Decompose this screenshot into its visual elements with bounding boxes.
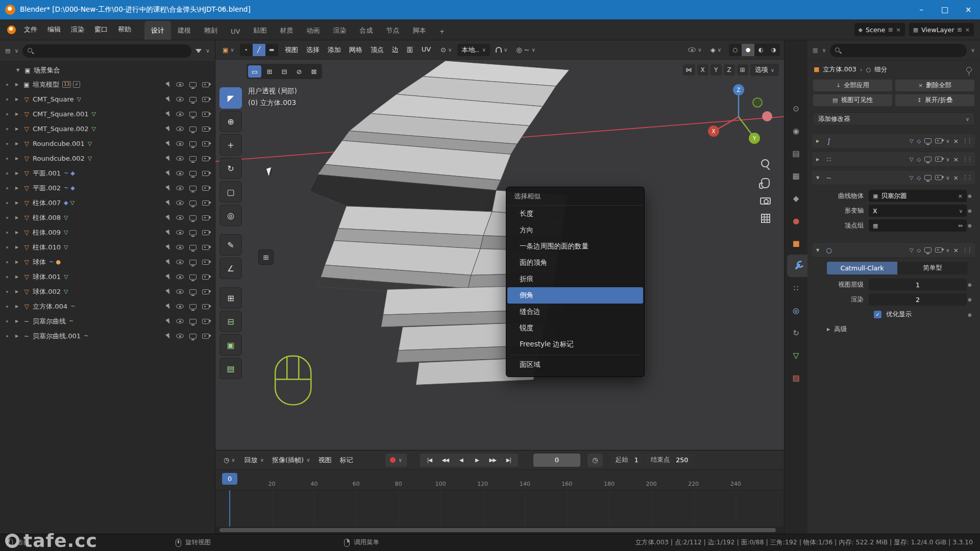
play-reverse-button[interactable]: ◀ [454,455,469,466]
object-name[interactable]: 立方体.004 [33,302,67,311]
timeline-menu-item[interactable]: 标记 ∨ [335,454,357,467]
hide-toggle-icon[interactable] [176,112,184,116]
expand-caret-icon[interactable]: ▶ [13,230,20,235]
tool-scale[interactable]: ▢ [219,181,242,203]
tab-material[interactable]: ▨ [785,367,807,389]
expand-caret-icon[interactable]: ▼ [14,68,21,72]
hide-toggle-icon[interactable] [176,319,184,323]
selectable-toggle-icon[interactable] [165,303,172,310]
object-name[interactable]: 贝塞尔曲线 [33,317,66,326]
render-toggle-icon[interactable] [935,247,942,253]
viewport-disable-icon[interactable] [189,201,197,206]
selectable-toggle-icon[interactable] [165,318,172,324]
gizmos-button[interactable]: ◈ ∨ [707,44,724,55]
hide-toggle-icon[interactable] [176,289,184,294]
mode-selector[interactable]: ▣ ∨ [219,45,237,55]
properties-editor-icon[interactable]: ▥ [813,47,818,54]
viewport-disable-icon[interactable] [189,97,197,102]
outliner-row-tank[interactable]: ▶ ▣ 坦克模型 13✓ [0,77,215,92]
outliner-row[interactable]: ▶ ▽ 球体.001 ▽ [0,269,215,284]
expand-caret-icon[interactable]: ▶ [13,82,20,87]
new-viewlayer-icon[interactable]: ⊞ [958,27,962,33]
render-toggle-icon[interactable] [935,175,942,180]
selectable-toggle-icon[interactable] [165,126,172,132]
mode-vertex[interactable]: ∙ [240,44,253,56]
viewport-disable-icon[interactable] [189,230,197,235]
render-disable-icon[interactable] [202,201,209,206]
mirror-y[interactable]: Y [710,64,722,76]
outliner-row[interactable]: ▶ ▽ 立方体.004 ~ [0,299,215,314]
extras-chevron-icon[interactable]: ∨ [946,175,949,181]
workspace-tab[interactable]: 材质 [273,21,300,40]
auto-key-button[interactable]: ∨ [385,454,406,467]
object-name[interactable]: 平面.002 [33,184,61,193]
new-scene-icon[interactable]: ⊞ [888,27,893,33]
selectable-toggle-icon[interactable] [165,81,172,88]
tab-render[interactable]: ◉ [785,120,807,142]
shading-solid[interactable]: ● [742,44,754,56]
menu-item[interactable]: 面区域 [506,357,644,373]
workspace-tab[interactable]: 雕刻 [198,21,224,40]
snap-selector[interactable]: ∨ [493,45,510,54]
add-modifier-dropdown[interactable]: 添加修改器 ∨ [813,112,975,126]
viewport-disable-icon[interactable] [189,171,197,176]
selectable-toggle-icon[interactable] [165,244,172,251]
hide-toggle-icon[interactable] [176,201,184,205]
next-keyframe-button[interactable]: ▶▶ [485,455,500,466]
tool-cursor[interactable]: ⊕ [219,111,242,132]
current-frame-field[interactable]: 0 [533,454,580,467]
hide-toggle-icon[interactable] [176,171,184,176]
tab-tool[interactable]: ⊙ [785,97,807,120]
viewport-menu-item[interactable]: 顶点 [366,43,388,57]
outliner-row[interactable]: ▶ ▽ 柱体.007 ◆▽ [0,195,215,210]
cage-toggle-icon[interactable]: ◇ [917,157,921,162]
expand-caret-icon[interactable]: ▶ [816,157,821,162]
remove-modifier-icon[interactable]: × [953,137,959,145]
mode-face[interactable]: ▬ [265,44,278,56]
tool-move[interactable]: + [219,134,242,156]
shading-rendered[interactable]: ◑ [767,44,780,56]
tab-object[interactable]: ■ [785,232,807,255]
object-name[interactable]: 平面.001 [33,169,61,178]
selectable-toggle-icon[interactable] [165,259,172,265]
hide-toggle-icon[interactable] [176,156,184,161]
viewport-disable-icon[interactable] [189,319,197,324]
object-name[interactable]: 球体.001 [33,272,61,282]
snap-grid-icon[interactable]: ⊞ [737,64,748,76]
selectable-toggle-icon[interactable] [165,111,172,117]
unlink-viewlayer-icon[interactable]: × [965,27,970,33]
object-name[interactable]: 坦克模型 [33,80,59,89]
use-preview-range-button[interactable]: ◷ [587,454,603,467]
hide-toggle-icon[interactable] [176,141,184,146]
selectable-toggle-icon[interactable] [165,185,172,191]
render-disable-icon[interactable] [202,141,209,146]
viewport-disable-icon[interactable] [189,274,197,280]
drag-handle[interactable]: ⋮⋮ [962,156,971,163]
viewport-disable-icon[interactable] [189,156,197,161]
outliner-row[interactable]: ▶ ▽ Roundcube.002 ▽ [0,151,215,166]
menu-item[interactable]: 帮助 [113,22,136,37]
show-overlays-button[interactable]: ∨ [685,45,704,54]
object-name[interactable]: Roundcube.001 [33,140,85,147]
viewport-disable-icon[interactable] [189,245,197,250]
select-subtract[interactable]: ⊟ [278,65,291,78]
expand-caret-icon[interactable]: ▶ [13,245,20,249]
ortho-grid-icon[interactable] [761,214,770,223]
advanced-section[interactable]: ▶ 高级 [827,325,973,334]
timeline-menu-item[interactable]: 视图 ∨ [314,454,335,467]
object-name[interactable]: 贝塞尔曲线.001 [33,332,81,341]
menu-item[interactable]: 倒角 [507,287,643,304]
tab-view-layer[interactable]: ▦ [785,165,807,187]
render-disable-icon[interactable] [202,260,209,265]
hide-toggle-icon[interactable] [176,245,184,249]
cage-toggle-icon[interactable]: ◇ [917,175,921,181]
outliner-search[interactable] [22,44,191,58]
selectable-toggle-icon[interactable] [165,140,172,147]
viewlayer-selector[interactable]: ▦ ViewLayer ⊞ × [909,23,974,36]
render-toggle-icon[interactable] [935,157,942,162]
outliner-row[interactable]: ▶ ▽ 平面.001 ~◆ [0,166,215,181]
outliner-search-input[interactable] [22,44,191,58]
render-disable-icon[interactable] [202,82,209,87]
jump-end-button[interactable]: ▶| [501,455,516,466]
drag-handle[interactable]: ⋮⋮ [962,246,971,254]
